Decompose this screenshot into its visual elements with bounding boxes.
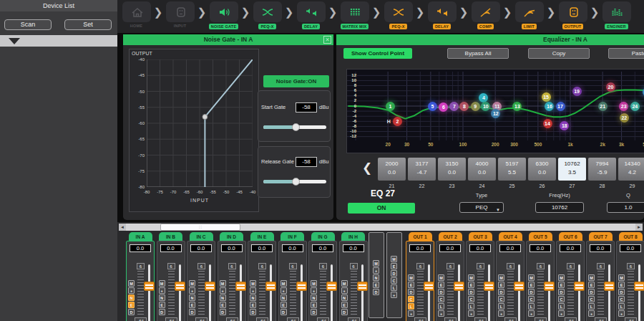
fader-track[interactable] (428, 264, 430, 321)
eq-control-point-10[interactable]: 10 (481, 102, 490, 111)
channel-tab[interactable]: OUT 8 (619, 232, 643, 241)
nav-item-enginer[interactable]: ENGINER (602, 1, 631, 29)
fader-handle[interactable] (326, 282, 337, 291)
module-button-m[interactable]: M (468, 274, 474, 281)
module-button-l[interactable]: L (588, 303, 595, 310)
fader-track[interactable] (458, 264, 460, 321)
fader-track[interactable] (209, 264, 211, 321)
band-cell-28[interactable]: 7994-5.9 (588, 158, 616, 181)
fader-handle[interactable] (357, 282, 368, 291)
module-button-n[interactable]: N (341, 294, 348, 301)
module-button-m[interactable]: M (588, 274, 595, 281)
module-button-m[interactable]: M (498, 274, 504, 281)
fader-track[interactable] (361, 264, 364, 321)
module-button-e[interactable]: E (373, 282, 379, 288)
eq-control-point-2[interactable]: 2H (393, 117, 402, 126)
eq-on-button[interactable]: ON (348, 203, 415, 214)
module-button-m[interactable]: M (341, 280, 348, 287)
module-button-e[interactable]: E (280, 302, 287, 308)
start-gate-slider-knob[interactable] (292, 123, 300, 131)
fader-handle[interactable] (296, 282, 307, 291)
module-button-c[interactable]: C (618, 296, 625, 302)
module-button-+[interactable]: + (468, 310, 474, 317)
release-gate-slider-knob[interactable] (292, 178, 300, 186)
channel-tab[interactable]: IN A (129, 232, 152, 241)
module-button-e[interactable]: E (528, 282, 535, 288)
threshold-handle[interactable] (203, 115, 208, 120)
channel-gain-field[interactable]: 0.0 (160, 244, 182, 252)
band-cell-22[interactable]: 3177-4.7 (408, 158, 436, 181)
module-button-l[interactable]: L (498, 303, 504, 310)
module-button-d[interactable]: D (468, 289, 474, 295)
module-button-e[interactable]: E (341, 302, 348, 308)
module-button-c[interactable]: C (498, 296, 504, 302)
scan-button[interactable]: Scan (4, 19, 52, 30)
module-button-m[interactable]: M (438, 274, 444, 281)
release-gate-slider[interactable] (263, 180, 326, 183)
fader-handle[interactable] (544, 282, 555, 291)
module-button-d[interactable]: D (128, 309, 135, 315)
channel-tab[interactable]: OUT 5 (529, 232, 552, 241)
module-button-+[interactable]: + (391, 292, 397, 298)
band-scroll-left-icon[interactable]: ❮ (362, 160, 372, 176)
module-button-m[interactable]: M (159, 280, 165, 287)
start-gate-value-field[interactable]: -58 (296, 102, 317, 112)
module-button-d[interactable]: D (558, 289, 565, 295)
module-button-d[interactable]: D (189, 309, 195, 315)
eq-control-point-7[interactable]: 7 (449, 102, 459, 111)
channel-tab[interactable]: IN C (190, 232, 213, 241)
nav-item-comp[interactable]: COMP (471, 1, 500, 29)
eq-control-point-15[interactable]: 15 (542, 92, 551, 102)
module-button-n[interactable]: N (128, 294, 135, 301)
eq-toolbar-copy[interactable]: Copy (528, 48, 590, 59)
module-button-c[interactable]: C (528, 296, 535, 302)
module-button-n[interactable]: N (220, 294, 226, 301)
fader-track[interactable] (148, 264, 150, 321)
fader-handle[interactable] (634, 282, 644, 291)
module-button-c[interactable]: C (588, 296, 595, 302)
channel-gain-field[interactable]: 0.0 (130, 244, 151, 252)
channel-gain-field[interactable]: 0.0 (560, 244, 581, 252)
module-button-m[interactable]: M (408, 274, 414, 281)
channel-gain-field[interactable]: 0.0 (530, 244, 551, 252)
module-button-e[interactable]: E (311, 302, 317, 308)
module-button-l[interactable]: L (618, 303, 625, 310)
module-button-n[interactable]: N (373, 274, 379, 281)
module-button-c[interactable]: C (438, 296, 444, 302)
fader-handle[interactable] (484, 282, 494, 291)
module-button-l[interactable]: L (528, 303, 535, 310)
nav-item-peq-x[interactable]: PEQ-X (253, 1, 282, 29)
eq-control-point-22[interactable]: 22 (620, 113, 629, 123)
channel-gain-field[interactable]: 0.0 (620, 244, 641, 252)
module-button-e[interactable]: E (159, 302, 165, 308)
fader-track[interactable] (301, 264, 303, 321)
channel-tab[interactable]: OUT 4 (499, 232, 522, 241)
nav-item-peq-x[interactable]: PEQ-X (384, 1, 413, 29)
release-gate-value-field[interactable]: -58 (296, 157, 317, 167)
fader-track[interactable] (179, 264, 181, 321)
channel-gain-field[interactable]: 0.0 (499, 244, 521, 252)
mixer-scrollbar[interactable]: ◄ ∷ ► (119, 224, 643, 231)
fader-handle[interactable] (265, 282, 276, 291)
module-button-m[interactable]: M (373, 260, 379, 267)
module-button-c[interactable]: C (468, 296, 474, 302)
device-list-expander[interactable] (0, 35, 117, 47)
module-button-n[interactable]: N (250, 294, 256, 301)
band-cell-25[interactable]: 51975.5 (498, 158, 526, 181)
fader-handle[interactable] (424, 282, 434, 291)
fader-track[interactable] (548, 264, 550, 321)
noise-gate-power-button[interactable]: Noise Gate:ON (263, 75, 329, 87)
module-button-l[interactable]: L (391, 284, 397, 291)
channel-gain-field[interactable]: 0.0 (439, 244, 461, 252)
eq-control-point-1[interactable]: 1 (386, 102, 395, 111)
channel-tab[interactable]: IN B (159, 232, 182, 241)
eq-type-dropdown[interactable]: PEQ ▼ (459, 202, 504, 213)
nav-item-matrix-mix[interactable]: MATRIX MIX (340, 1, 369, 29)
module-button-m[interactable]: M (311, 280, 317, 287)
fader-handle[interactable] (175, 282, 185, 291)
fader-track[interactable] (240, 264, 242, 321)
module-button-+[interactable]: + (588, 310, 595, 317)
eq-toolbar-paste[interactable]: Paste (608, 48, 644, 59)
module-button-d[interactable]: D (280, 309, 287, 315)
channel-gain-field[interactable]: 0.0 (312, 244, 333, 252)
